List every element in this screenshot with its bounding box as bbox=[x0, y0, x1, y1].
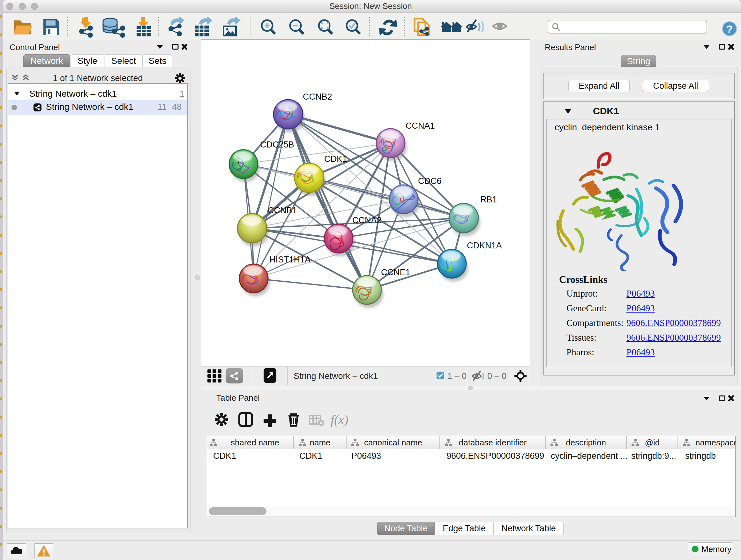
svg-text:database identifier: database identifier bbox=[459, 438, 527, 447]
svg-text:f(x): f(x) bbox=[331, 413, 348, 427]
svg-text:@id: @id bbox=[645, 438, 660, 447]
svg-text:CDK1: CDK1 bbox=[324, 154, 347, 164]
svg-text:CCNE1: CCNE1 bbox=[381, 267, 410, 277]
svg-text:RB1: RB1 bbox=[480, 195, 497, 204]
svg-text:namespace: namespace bbox=[695, 438, 736, 447]
svg-text:shared name: shared name bbox=[231, 438, 279, 447]
svg-text:CCNA2: CCNA2 bbox=[352, 215, 382, 225]
svg-text:CDC25B: CDC25B bbox=[260, 140, 294, 149]
svg-text:canonical name: canonical name bbox=[364, 438, 422, 447]
svg-text:HIST1H1A: HIST1H1A bbox=[269, 255, 311, 264]
svg-text:name: name bbox=[310, 438, 330, 447]
svg-text:CCNB2: CCNB2 bbox=[303, 92, 332, 102]
svg-text:CDKN1A: CDKN1A bbox=[467, 241, 502, 250]
svg-text:CCNA1: CCNA1 bbox=[406, 121, 435, 131]
svg-text:CCNB1: CCNB1 bbox=[268, 206, 297, 215]
svg-text:description: description bbox=[566, 438, 606, 447]
svg-text:CDC6: CDC6 bbox=[418, 176, 442, 186]
